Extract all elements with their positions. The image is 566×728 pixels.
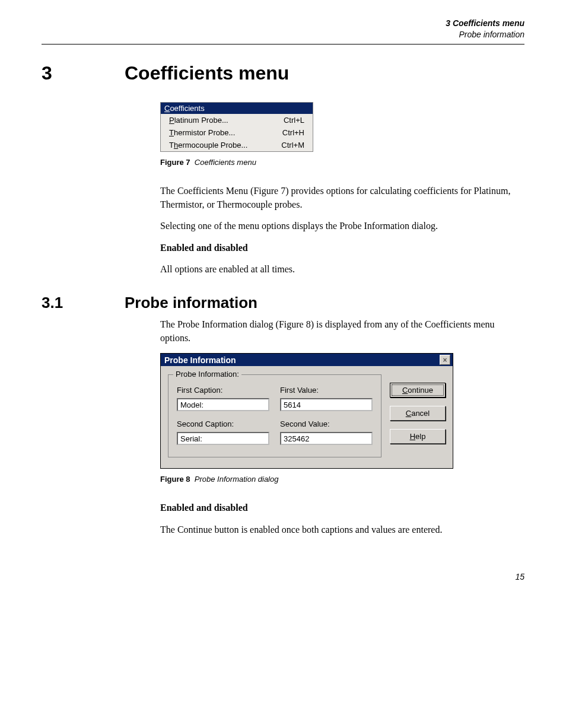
cancel-button[interactable]: Cancel: [390, 406, 446, 421]
figure8-caption: Figure 8 Probe Information dialog: [160, 475, 524, 484]
second-caption-label: Second Caption:: [177, 419, 269, 428]
chapter-number: 3: [42, 62, 125, 84]
paragraph: Selecting one of the menu options displa…: [160, 220, 524, 233]
section-number: 3.1: [42, 294, 125, 312]
continue-button[interactable]: Continue: [390, 383, 446, 398]
paragraph: The Probe Information dialog (Figure 8) …: [160, 318, 524, 345]
second-caption-field[interactable]: [177, 432, 269, 445]
paragraph: The Coefficients Menu (Figure 7) provide…: [160, 185, 524, 211]
close-icon[interactable]: ×: [440, 355, 450, 365]
first-caption-field[interactable]: [177, 398, 269, 411]
help-button[interactable]: Help: [390, 429, 446, 444]
header-rule: [42, 44, 524, 44]
section-title: Probe information: [125, 294, 257, 312]
dialog-titlebar: Probe Information ×: [161, 354, 453, 366]
probe-info-groupbox: Probe Information: First Caption: First …: [168, 374, 381, 457]
first-value-field[interactable]: [280, 398, 373, 411]
page-header: 3 Coefficients menu Probe information: [42, 18, 524, 40]
header-line1: 3 Coefficients menu: [446, 18, 524, 28]
groupbox-legend: Probe Information:: [173, 370, 241, 379]
subheading: Enabled and disabled: [160, 501, 524, 514]
shortcut: Ctrl+H: [282, 128, 304, 137]
chapter-title: Coefficients menu: [125, 62, 289, 84]
paragraph: All options are enabled at all times.: [160, 263, 524, 276]
page-number: 15: [42, 572, 524, 581]
menu-item-thermistor[interactable]: Thermistor Probe... Ctrl+H: [161, 126, 313, 139]
subheading: Enabled and disabled: [160, 241, 524, 255]
chapter-heading: 3 Coefficients menu: [42, 62, 524, 84]
menu-item-platinum[interactable]: Platinum Probe... Ctrl+L: [161, 114, 313, 126]
menu-title: Coefficients: [161, 103, 313, 114]
probe-information-dialog: Probe Information × Probe Information: F…: [160, 353, 453, 469]
shortcut: Ctrl+M: [281, 141, 304, 150]
first-caption-label: First Caption:: [177, 386, 269, 395]
header-line2: Probe information: [459, 30, 524, 39]
figure7-caption: Figure 7 Coefficients menu: [160, 158, 524, 167]
menu-item-thermocouple[interactable]: Thermocouple Probe... Ctrl+M: [161, 139, 313, 151]
second-value-label: Second Value:: [280, 419, 373, 428]
section-heading: 3.1 Probe information: [42, 294, 524, 312]
dialog-title: Probe Information: [164, 355, 236, 365]
shortcut: Ctrl+L: [284, 116, 304, 125]
paragraph: The Continue button is enabled once both…: [160, 523, 524, 536]
coefficients-menu: Coefficients Platinum Probe... Ctrl+L Th…: [160, 102, 313, 152]
first-value-label: First Value:: [280, 386, 373, 395]
second-value-field[interactable]: [280, 432, 373, 445]
